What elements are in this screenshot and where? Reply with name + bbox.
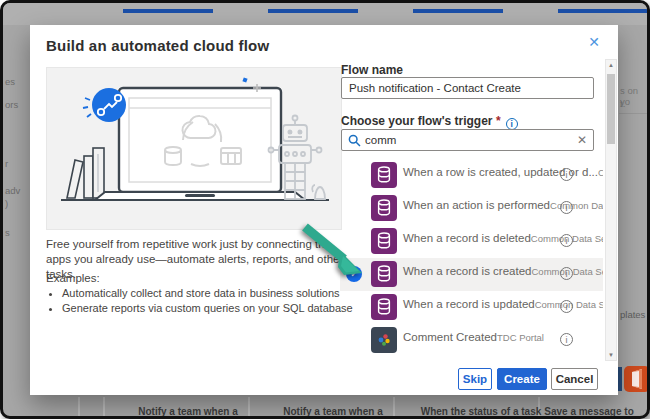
background-text-fragment: ors — [5, 99, 18, 110]
examples-list: Automatically collect and store data in … — [62, 286, 362, 316]
trigger-title: When a record is created — [403, 265, 531, 277]
cancel-button[interactable]: Cancel — [551, 368, 598, 390]
background-template-card-title: Notify a team when a — [258, 406, 408, 417]
info-circle-icon[interactable]: i — [560, 201, 573, 214]
trigger-label: Choose your flow's trigger *i — [341, 114, 518, 130]
dialog-scrollbar[interactable]: ▲ ▼ — [605, 59, 617, 361]
trigger-row[interactable]: When a record is deletedCommon Data Serv… — [340, 225, 603, 258]
background-text-fragment: es — [5, 76, 15, 87]
background-card-accent — [268, 9, 358, 13]
background-app-icon — [618, 367, 622, 391]
example-item: Generate reports via custom queries on y… — [62, 301, 362, 316]
common-data-service-icon — [371, 162, 397, 188]
trigger-row[interactable]: Comment CreatedTDC Portal i — [340, 324, 603, 353]
flow-name-label: Flow name — [341, 63, 403, 77]
common-data-service-icon — [371, 195, 397, 221]
build-automated-flow-dialog: Build an automated cloud flow ✕ — [30, 25, 618, 395]
flow-name-input[interactable] — [341, 77, 594, 99]
trigger-title: When a record is deleted — [403, 232, 531, 244]
common-data-service-icon — [371, 228, 397, 254]
background-template-card-title: Notify a team when a — [113, 406, 263, 417]
close-icon[interactable]: ✕ — [588, 35, 600, 49]
background-card-accent — [558, 9, 650, 13]
scrollbar-thumb[interactable] — [607, 74, 615, 144]
laptop-art — [95, 88, 305, 200]
trigger-title: Comment Created — [403, 331, 497, 343]
trigger-label-text: Choose your flow's trigger — [341, 114, 493, 128]
common-data-service-icon — [371, 294, 397, 320]
background-card-accent — [413, 9, 503, 13]
trigger-list: When a row is created, updated or d...Co… — [340, 159, 603, 353]
tdc-portal-icon — [371, 327, 397, 353]
flow-icon — [83, 88, 126, 122]
info-circle-icon[interactable]: i — [560, 234, 573, 247]
background-card-accent — [123, 9, 213, 13]
office-app-icon — [624, 366, 650, 392]
background-text-fragment: ) — [5, 198, 8, 209]
trigger-row-selected[interactable]: ✓ When a record is createdCommon Data Se… — [340, 258, 603, 291]
trigger-title: When an action is performed — [403, 199, 550, 211]
trigger-subtitle: Common Data Service (current environment… — [598, 167, 603, 178]
clear-search-icon[interactable]: ✕ — [577, 133, 587, 147]
background-text-fragment: r — [5, 158, 8, 169]
trigger-title: When a record is updated — [403, 298, 535, 310]
trigger-search-input[interactable] — [361, 134, 577, 146]
info-circle-icon[interactable]: i — [560, 300, 573, 313]
screenshot-frame: es ors r adv ) s s on yo t. plates Notif… — [0, 0, 650, 419]
search-icon — [348, 134, 361, 147]
background-templates-link: plates — [620, 309, 645, 320]
common-data-service-icon — [371, 261, 397, 287]
info-circle-icon[interactable]: i — [560, 333, 573, 346]
trigger-row[interactable]: When an action is performedCommon Data S… — [340, 192, 603, 225]
trigger-subtitle: Common Data Service (current environment… — [550, 200, 603, 211]
background-divider — [619, 113, 650, 114]
annotation-arrow-icon — [296, 219, 374, 283]
background-text-fragment: adv — [5, 185, 20, 196]
skip-button[interactable]: Skip — [458, 368, 492, 390]
scroll-down-icon[interactable]: ▼ — [606, 352, 616, 358]
scroll-up-icon[interactable]: ▲ — [606, 62, 616, 68]
books-art — [67, 148, 104, 198]
background-text-fragment: s — [5, 227, 10, 238]
info-circle-icon[interactable]: i — [560, 168, 573, 181]
trigger-search-box[interactable]: ✕ — [341, 129, 594, 151]
office-logo-icon — [624, 366, 650, 392]
background-card-separator — [103, 397, 105, 419]
create-button[interactable]: Create — [497, 368, 547, 390]
background-card-separator — [78, 397, 80, 419]
required-asterisk: * — [496, 114, 501, 128]
dialog-title: Build an automated cloud flow — [46, 37, 269, 54]
background-text-fragment: t. — [620, 98, 625, 109]
info-circle-icon[interactable]: i — [560, 267, 573, 280]
examples-heading: Examples: — [46, 272, 100, 284]
illustration-panel — [46, 67, 342, 230]
example-item: Automatically collect and store data in … — [62, 286, 362, 301]
background-template-card-title: Save a message to — [525, 406, 650, 417]
trigger-subtitle: TDC Portal — [497, 332, 544, 343]
background-top-strip — [3, 3, 650, 25]
automation-illustration — [47, 68, 341, 229]
trigger-row[interactable]: When a row is created, updated or d...Co… — [340, 159, 603, 192]
trigger-row[interactable]: When a record is updatedCommon Data Serv… — [340, 291, 603, 324]
